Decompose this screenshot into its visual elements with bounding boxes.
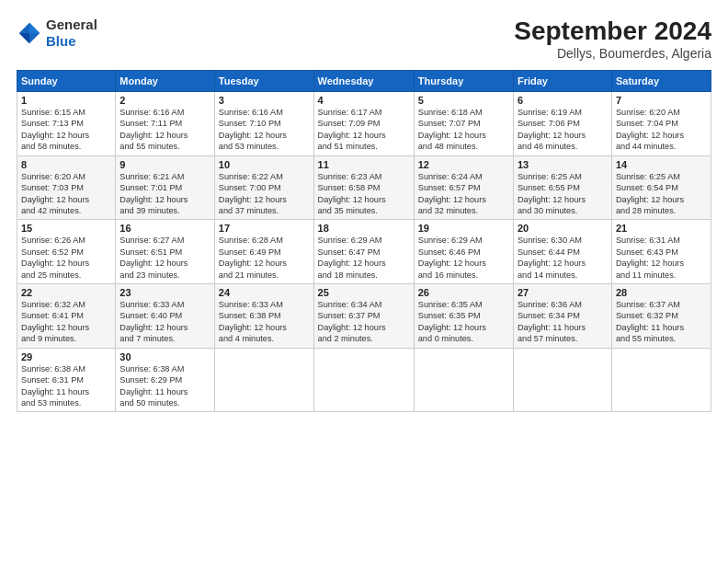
day-info: Sunrise: 6:29 AM Sunset: 6:47 PM Dayligh… <box>318 235 410 281</box>
day-info: Sunrise: 6:25 AM Sunset: 6:55 PM Dayligh… <box>518 171 608 217</box>
day-number: 15 <box>21 223 111 234</box>
day-number: 14 <box>616 159 707 170</box>
col-monday: Monday <box>116 71 215 92</box>
day-number: 16 <box>119 223 210 234</box>
day-number: 25 <box>318 287 410 298</box>
day-info: Sunrise: 6:30 AM Sunset: 6:44 PM Dayligh… <box>518 235 608 281</box>
day-number: 30 <box>119 351 210 362</box>
logo-icon <box>17 20 42 46</box>
table-row: 3Sunrise: 6:16 AM Sunset: 7:10 PM Daylig… <box>214 92 313 156</box>
header: General Blue September 2024 Dellys, Boum… <box>17 17 711 61</box>
table-row: 26Sunrise: 6:35 AM Sunset: 6:35 PM Dayli… <box>414 284 513 349</box>
table-row: 5Sunrise: 6:18 AM Sunset: 7:07 PM Daylig… <box>414 92 513 156</box>
table-row: 12Sunrise: 6:24 AM Sunset: 6:57 PM Dayli… <box>414 155 513 220</box>
day-info: Sunrise: 6:15 AM Sunset: 7:13 PM Dayligh… <box>21 107 111 153</box>
day-number: 8 <box>21 159 111 170</box>
day-info: Sunrise: 6:36 AM Sunset: 6:34 PM Dayligh… <box>518 299 608 345</box>
day-info: Sunrise: 6:25 AM Sunset: 6:54 PM Dayligh… <box>616 171 707 217</box>
day-info: Sunrise: 6:34 AM Sunset: 6:37 PM Dayligh… <box>318 299 410 345</box>
calendar-title: September 2024 <box>514 17 711 46</box>
day-info: Sunrise: 6:37 AM Sunset: 6:32 PM Dayligh… <box>616 299 707 345</box>
table-row: 19Sunrise: 6:29 AM Sunset: 6:46 PM Dayli… <box>414 220 513 284</box>
day-info: Sunrise: 6:18 AM Sunset: 7:07 PM Dayligh… <box>418 107 509 153</box>
day-info: Sunrise: 6:35 AM Sunset: 6:35 PM Dayligh… <box>418 299 509 345</box>
day-number: 2 <box>119 95 210 106</box>
day-info: Sunrise: 6:17 AM Sunset: 7:09 PM Dayligh… <box>318 107 410 153</box>
table-row: 25Sunrise: 6:34 AM Sunset: 6:37 PM Dayli… <box>313 284 414 349</box>
table-row <box>214 348 313 412</box>
table-row: 7Sunrise: 6:20 AM Sunset: 7:04 PM Daylig… <box>611 92 711 156</box>
table-row: 9Sunrise: 6:21 AM Sunset: 7:01 PM Daylig… <box>116 155 215 220</box>
day-info: Sunrise: 6:38 AM Sunset: 6:31 PM Dayligh… <box>21 363 111 409</box>
day-info: Sunrise: 6:33 AM Sunset: 6:40 PM Dayligh… <box>119 299 210 345</box>
table-row: 1Sunrise: 6:15 AM Sunset: 7:13 PM Daylig… <box>17 92 116 156</box>
day-info: Sunrise: 6:19 AM Sunset: 7:06 PM Dayligh… <box>518 107 608 153</box>
day-number: 4 <box>318 95 410 106</box>
day-number: 29 <box>21 351 111 362</box>
day-info: Sunrise: 6:16 AM Sunset: 7:10 PM Dayligh… <box>219 107 310 153</box>
day-info: Sunrise: 6:28 AM Sunset: 6:49 PM Dayligh… <box>219 235 310 281</box>
day-number: 18 <box>318 223 410 234</box>
table-row: 29Sunrise: 6:38 AM Sunset: 6:31 PM Dayli… <box>17 348 116 412</box>
calendar-week-row: 29Sunrise: 6:38 AM Sunset: 6:31 PM Dayli… <box>17 348 711 412</box>
table-row <box>313 348 414 412</box>
day-number: 7 <box>616 95 707 106</box>
table-row: 8Sunrise: 6:20 AM Sunset: 7:03 PM Daylig… <box>17 155 116 220</box>
calendar-table: Sunday Monday Tuesday Wednesday Thursday… <box>17 70 711 412</box>
table-row: 14Sunrise: 6:25 AM Sunset: 6:54 PM Dayli… <box>611 155 711 220</box>
table-row: 28Sunrise: 6:37 AM Sunset: 6:32 PM Dayli… <box>611 284 711 349</box>
col-thursday: Thursday <box>414 71 513 92</box>
day-info: Sunrise: 6:31 AM Sunset: 6:43 PM Dayligh… <box>616 235 707 281</box>
day-number: 28 <box>616 287 707 298</box>
day-number: 26 <box>418 287 509 298</box>
table-row: 17Sunrise: 6:28 AM Sunset: 6:49 PM Dayli… <box>214 220 313 284</box>
table-row: 16Sunrise: 6:27 AM Sunset: 6:51 PM Dayli… <box>116 220 215 284</box>
day-number: 11 <box>318 159 410 170</box>
calendar-subtitle: Dellys, Boumerdes, Algeria <box>514 46 711 61</box>
logo-general: General <box>46 17 97 33</box>
title-block: September 2024 Dellys, Boumerdes, Algeri… <box>514 17 711 61</box>
table-row <box>611 348 711 412</box>
day-info: Sunrise: 6:23 AM Sunset: 6:58 PM Dayligh… <box>318 171 410 217</box>
day-number: 3 <box>219 95 310 106</box>
day-info: Sunrise: 6:20 AM Sunset: 7:03 PM Dayligh… <box>21 171 111 217</box>
day-info: Sunrise: 6:29 AM Sunset: 6:46 PM Dayligh… <box>418 235 509 281</box>
table-row <box>414 348 513 412</box>
table-row: 13Sunrise: 6:25 AM Sunset: 6:55 PM Dayli… <box>513 155 611 220</box>
day-info: Sunrise: 6:24 AM Sunset: 6:57 PM Dayligh… <box>418 171 509 217</box>
calendar-week-row: 15Sunrise: 6:26 AM Sunset: 6:52 PM Dayli… <box>17 220 711 284</box>
day-number: 21 <box>616 223 707 234</box>
table-row: 30Sunrise: 6:38 AM Sunset: 6:29 PM Dayli… <box>116 348 215 412</box>
table-row: 21Sunrise: 6:31 AM Sunset: 6:43 PM Dayli… <box>611 220 711 284</box>
day-number: 5 <box>418 95 509 106</box>
calendar-header-row: Sunday Monday Tuesday Wednesday Thursday… <box>17 71 711 92</box>
table-row: 20Sunrise: 6:30 AM Sunset: 6:44 PM Dayli… <box>513 220 611 284</box>
table-row: 23Sunrise: 6:33 AM Sunset: 6:40 PM Dayli… <box>116 284 215 349</box>
day-info: Sunrise: 6:20 AM Sunset: 7:04 PM Dayligh… <box>616 107 707 153</box>
col-saturday: Saturday <box>611 71 711 92</box>
day-info: Sunrise: 6:26 AM Sunset: 6:52 PM Dayligh… <box>21 235 111 281</box>
calendar-week-row: 1Sunrise: 6:15 AM Sunset: 7:13 PM Daylig… <box>17 92 711 156</box>
day-number: 12 <box>418 159 509 170</box>
logo: General Blue <box>17 17 97 50</box>
day-number: 17 <box>219 223 310 234</box>
day-number: 9 <box>119 159 210 170</box>
day-info: Sunrise: 6:33 AM Sunset: 6:38 PM Dayligh… <box>219 299 310 345</box>
col-friday: Friday <box>513 71 611 92</box>
day-info: Sunrise: 6:27 AM Sunset: 6:51 PM Dayligh… <box>119 235 210 281</box>
col-tuesday: Tuesday <box>214 71 313 92</box>
calendar-week-row: 8Sunrise: 6:20 AM Sunset: 7:03 PM Daylig… <box>17 155 711 220</box>
calendar-week-row: 22Sunrise: 6:32 AM Sunset: 6:41 PM Dayli… <box>17 284 711 349</box>
table-row: 11Sunrise: 6:23 AM Sunset: 6:58 PM Dayli… <box>313 155 414 220</box>
table-row: 27Sunrise: 6:36 AM Sunset: 6:34 PM Dayli… <box>513 284 611 349</box>
table-row: 15Sunrise: 6:26 AM Sunset: 6:52 PM Dayli… <box>17 220 116 284</box>
table-row: 24Sunrise: 6:33 AM Sunset: 6:38 PM Dayli… <box>214 284 313 349</box>
col-wednesday: Wednesday <box>313 71 414 92</box>
day-number: 19 <box>418 223 509 234</box>
logo-text: General Blue <box>46 17 97 50</box>
table-row <box>513 348 611 412</box>
table-row: 10Sunrise: 6:22 AM Sunset: 7:00 PM Dayli… <box>214 155 313 220</box>
table-row: 2Sunrise: 6:16 AM Sunset: 7:11 PM Daylig… <box>116 92 215 156</box>
table-row: 4Sunrise: 6:17 AM Sunset: 7:09 PM Daylig… <box>313 92 414 156</box>
day-number: 23 <box>119 287 210 298</box>
